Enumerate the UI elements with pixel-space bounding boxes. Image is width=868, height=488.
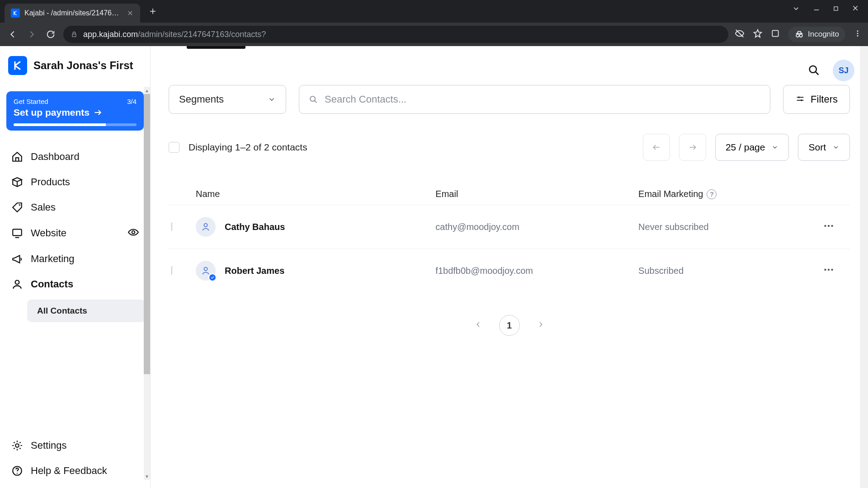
subnav-all-contacts[interactable]: All Contacts xyxy=(27,300,146,322)
bookmark-icon[interactable] xyxy=(753,28,763,40)
svg-point-21 xyxy=(204,267,207,271)
search-input[interactable] xyxy=(325,94,761,105)
row-menu-icon[interactable] xyxy=(823,220,850,234)
row-menu-icon[interactable] xyxy=(823,264,850,277)
close-window-icon[interactable] xyxy=(852,5,859,15)
page-scrollbar[interactable] xyxy=(860,46,868,488)
tracking-icon[interactable] xyxy=(735,28,745,40)
svg-point-12 xyxy=(15,444,19,447)
sort-dropdown[interactable]: Sort xyxy=(798,134,850,161)
nav-website[interactable]: Website xyxy=(5,220,146,246)
nav-label: Settings xyxy=(31,440,67,451)
contact-marketing-status: Never subscribed xyxy=(638,222,709,232)
nav-label: Sales xyxy=(31,202,56,213)
contact-marketing-status: Subscribed xyxy=(638,266,684,276)
page-next-icon[interactable] xyxy=(533,316,549,334)
row-checkbox[interactable] xyxy=(171,222,172,231)
page-prev-icon[interactable] xyxy=(470,316,486,334)
svg-point-3 xyxy=(796,34,799,37)
nav-contacts[interactable]: Contacts xyxy=(5,272,146,297)
sort-label: Sort xyxy=(808,142,826,153)
browser-menu-icon[interactable] xyxy=(854,29,862,39)
app-viewport: Sarah Jonas's First Get Started 3/4 Set … xyxy=(0,46,868,488)
svg-point-8 xyxy=(19,204,20,206)
site-name: Sarah Jonas's First xyxy=(33,59,133,72)
table-row[interactable]: Cathy Bahaus cathy@moodjoy.com Never sub… xyxy=(169,205,850,249)
svg-point-17 xyxy=(204,224,207,227)
filters-button[interactable]: Filters xyxy=(783,85,850,114)
per-page-dropdown[interactable]: 25 / page xyxy=(715,134,789,161)
nav-marketing[interactable]: Marketing xyxy=(5,246,146,272)
prev-page-button[interactable] xyxy=(643,134,670,161)
chevron-down-icon xyxy=(268,95,276,103)
row-checkbox[interactable] xyxy=(171,266,172,275)
per-page-label: 25 / page xyxy=(726,142,765,153)
nav-products[interactable]: Products xyxy=(5,169,146,195)
back-button[interactable] xyxy=(6,28,19,41)
forward-button[interactable] xyxy=(25,28,38,41)
incognito-label: Incognito xyxy=(808,30,839,39)
list-controls: Displaying 1–2 of 2 contacts 25 / page S… xyxy=(169,134,850,161)
lock-icon xyxy=(71,31,78,38)
eye-icon[interactable] xyxy=(127,226,139,240)
browser-tab[interactable]: Kajabi - /admin/sites/2147647163 xyxy=(5,4,140,23)
gear-icon xyxy=(11,439,24,452)
segments-dropdown[interactable]: Segments xyxy=(169,85,286,114)
nav-label: Website xyxy=(31,227,66,239)
reload-button[interactable] xyxy=(44,28,57,41)
home-icon xyxy=(11,150,24,163)
contacts-toolbar: Segments Filters xyxy=(169,85,850,114)
primary-nav: Dashboard Products Sales Website Marketi… xyxy=(0,141,150,325)
monitor-icon xyxy=(11,227,24,239)
kajabi-favicon-icon xyxy=(11,9,20,18)
page-number[interactable]: 1 xyxy=(499,315,520,336)
user-avatar[interactable]: SJ xyxy=(833,60,854,81)
svg-point-6 xyxy=(857,33,859,34)
svg-point-20 xyxy=(831,225,833,227)
brand[interactable]: Sarah Jonas's First xyxy=(0,46,150,85)
minimize-icon[interactable] xyxy=(813,5,820,15)
sidebar: Sarah Jonas's First Get Started 3/4 Set … xyxy=(0,46,151,488)
contact-avatar-icon xyxy=(196,217,216,237)
nav-label: Contacts xyxy=(31,278,73,290)
search-icon xyxy=(308,94,318,104)
browser-chrome: Kajabi - /admin/sites/2147647163 app.kaj… xyxy=(0,0,868,46)
nav-sales[interactable]: Sales xyxy=(5,195,146,220)
nav-label: Dashboard xyxy=(31,151,80,163)
sliders-icon xyxy=(795,94,805,104)
contacts-table: Name Email Email Marketing ? Cathy Bahau… xyxy=(169,183,850,292)
nav-label: Marketing xyxy=(31,253,75,265)
chevron-down-icon xyxy=(771,144,778,151)
search-contacts[interactable] xyxy=(299,85,770,114)
svg-rect-9 xyxy=(13,229,22,235)
svg-rect-0 xyxy=(834,7,838,10)
global-search-icon[interactable] xyxy=(807,64,821,77)
contact-name: Robert James xyxy=(225,266,284,276)
url-input[interactable]: app.kajabi.com/admin/sites/2147647163/co… xyxy=(63,26,728,43)
incognito-badge[interactable]: Incognito xyxy=(788,27,845,42)
megaphone-icon xyxy=(11,253,24,265)
nav-dashboard[interactable]: Dashboard xyxy=(5,144,146,169)
help-tooltip-icon[interactable]: ? xyxy=(707,189,717,199)
nav-help[interactable]: Help & Feedback xyxy=(5,458,146,483)
next-page-button[interactable] xyxy=(679,134,706,161)
svg-point-14 xyxy=(17,473,18,474)
contacts-subnav: All Contacts xyxy=(27,300,146,322)
col-marketing: Email Marketing ? xyxy=(638,189,823,199)
svg-point-23 xyxy=(828,269,830,271)
new-tab-button[interactable] xyxy=(146,4,160,19)
svg-point-16 xyxy=(310,96,315,101)
get-started-card[interactable]: Get Started 3/4 Set up payments xyxy=(6,91,144,131)
sidebar-scrollbar[interactable]: ▲ ▼ xyxy=(144,87,150,480)
contact-name: Cathy Bahaus xyxy=(225,222,285,232)
url-text: app.kajabi.com/admin/sites/2147647163/co… xyxy=(83,30,266,39)
tag-icon xyxy=(11,201,24,214)
nav-settings[interactable]: Settings xyxy=(5,433,146,458)
extensions-icon[interactable] xyxy=(771,29,780,40)
table-row[interactable]: Robert James f1bdfb0b@moodjoy.com Subscr… xyxy=(169,249,850,292)
close-tab-icon[interactable] xyxy=(127,9,134,17)
tab-overview-icon[interactable] xyxy=(792,5,800,15)
select-all-checkbox[interactable] xyxy=(169,142,179,153)
contact-avatar-icon xyxy=(196,261,216,281)
maximize-icon[interactable] xyxy=(833,5,839,15)
